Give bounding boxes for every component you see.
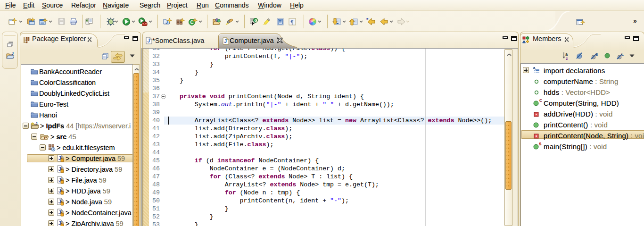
svg-text:S: S: [595, 52, 598, 57]
svg-text:J: J: [11, 51, 14, 56]
svg-text:J: J: [224, 39, 227, 44]
svg-text:¶: ¶: [290, 19, 293, 25]
svg-text:J: J: [148, 38, 150, 43]
svg-text:L: L: [621, 52, 624, 57]
svg-text:G: G: [255, 18, 257, 23]
svg-text:z: z: [566, 56, 568, 60]
svg-text:J: J: [35, 122, 37, 126]
